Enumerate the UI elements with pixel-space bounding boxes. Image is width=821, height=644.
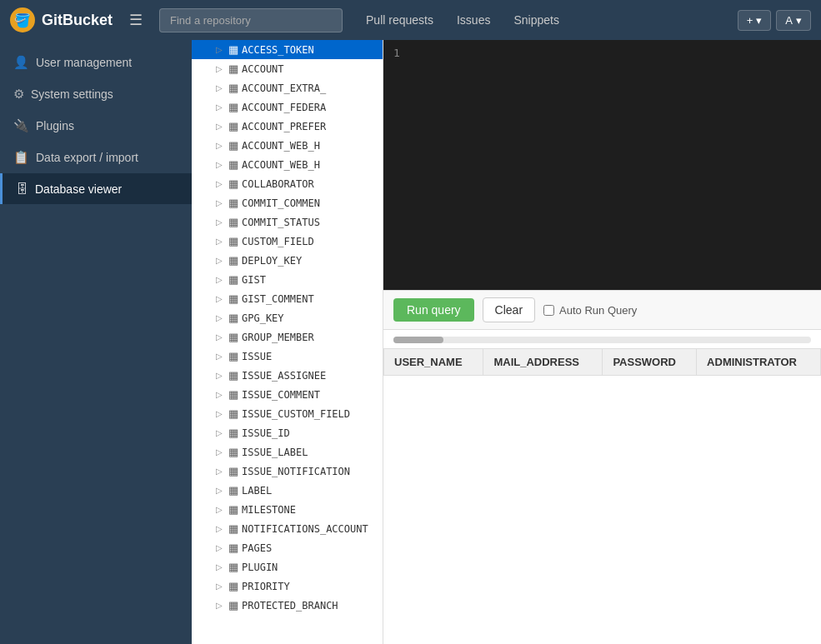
line-number: 1: [393, 47, 400, 59]
clear-button[interactable]: Clear: [483, 297, 535, 322]
pull-requests-link[interactable]: Pull requests: [356, 8, 443, 32]
issues-link[interactable]: Issues: [447, 8, 500, 32]
tree-item-label: ISSUE_ID: [242, 427, 290, 439]
table-icon: ▦: [228, 254, 238, 267]
tree-item[interactable]: ▷ ▦ GPG_KEY: [192, 308, 383, 327]
table-icon: ▦: [228, 542, 238, 554]
sidebar-item-data-export[interactable]: 📋 Data export / import: [0, 142, 192, 173]
tree-item[interactable]: ▷ ▦ ACCOUNT: [192, 59, 383, 78]
tree-item-label: ACCOUNT_WEB_H: [242, 140, 320, 152]
tree-item-label: MILESTONE: [242, 504, 296, 516]
plus-icon: +: [747, 14, 753, 27]
table-icon: ▦: [228, 177, 238, 190]
tree-item-label: CUSTOM_FIELD: [242, 236, 314, 247]
tree-item-label: PLUGIN: [242, 562, 278, 573]
sidebar-label-plugins: Plugins: [36, 119, 74, 132]
tree-expander: ▷: [213, 256, 225, 265]
brand-label: GitBucket: [42, 12, 113, 29]
tree-item[interactable]: ▷ ▦ CUSTOM_FIELD: [192, 232, 383, 251]
scrollbar-thumb: [393, 337, 443, 343]
tree-item[interactable]: ▷ ▦ ISSUE_ID: [192, 423, 383, 442]
tree-item-label: NOTIFICATIONS_ACCOUNT: [242, 523, 368, 535]
tree-expander: ▷: [213, 582, 225, 591]
table-icon: ▦: [228, 427, 238, 439]
tree-item[interactable]: ▷ ▦ PRIORITY: [192, 577, 383, 596]
column-header: ADMINISTRATOR: [697, 349, 821, 376]
tree-item-label: COLLABORATOR: [242, 178, 314, 190]
tree-item[interactable]: ▷ ▦ ISSUE_COMMENT: [192, 385, 383, 404]
tree-expander: ▷: [213, 543, 225, 552]
tree-item[interactable]: ▷ ▦ ACCESS_TOKEN: [192, 40, 383, 59]
table-icon: ▦: [228, 43, 238, 56]
export-icon: 📋: [13, 150, 29, 165]
new-action-button[interactable]: + ▾: [738, 10, 772, 31]
tree-item[interactable]: ▷ ▦ GIST_COMMENT: [192, 289, 383, 308]
tree-expander: ▷: [213, 390, 225, 399]
auto-run-checkbox[interactable]: [543, 305, 554, 316]
tree-item[interactable]: ▷ ▦ COLLABORATOR: [192, 174, 383, 193]
tree-item-label: ACCOUNT_EXTRA_: [242, 82, 326, 94]
tree-item[interactable]: ▷ ▦ PROTECTED_BRANCH: [192, 596, 383, 615]
sidebar-item-user-management[interactable]: 👤 User management: [0, 47, 192, 78]
database-icon: 🗄: [16, 182, 28, 196]
tree-expander: ▷: [213, 409, 225, 418]
auto-run-label[interactable]: Auto Run Query: [543, 304, 637, 317]
table-icon: ▦: [228, 350, 238, 362]
tree-item[interactable]: ▷ ▦ ACCOUNT_PREFER: [192, 117, 383, 136]
tree-item[interactable]: ▷ ▦ COMMIT_STATUS: [192, 212, 383, 232]
tree-expander: ▷: [213, 467, 225, 476]
table-icon: ▦: [228, 369, 238, 382]
tree-item[interactable]: ▷ ▦ GROUP_MEMBER: [192, 327, 383, 347]
tree-item[interactable]: ▷ ▦ ISSUE_CUSTOM_FIELD: [192, 404, 383, 423]
tree-item-label: PRIORITY: [242, 581, 290, 592]
table-icon: ▦: [228, 273, 238, 286]
tree-panel: ▷ ▦ ACCESS_TOKEN ▷ ▦ ACCOUNT ▷ ▦ ACCOUNT…: [192, 40, 383, 644]
sidebar-item-database-viewer[interactable]: 🗄 Database viewer: [0, 173, 192, 204]
tree-item[interactable]: ▷ ▦ PAGES: [192, 538, 383, 557]
sidebar-item-system-settings[interactable]: ⚙ System settings: [0, 78, 192, 110]
table-icon: ▦: [228, 158, 238, 171]
sidebar-label-database-viewer: Database viewer: [35, 182, 122, 196]
tree-item[interactable]: ▷ ▦ MILESTONE: [192, 500, 383, 519]
tree-expander: ▷: [213, 275, 225, 284]
sidebar-label-data-export: Data export / import: [36, 151, 138, 164]
tree-expander: ▷: [213, 371, 225, 380]
tree-item[interactable]: ▷ ▦ ACCOUNT_WEB_H: [192, 136, 383, 155]
column-header: MAIL_ADDRESS: [483, 349, 603, 376]
tree-item[interactable]: ▷ ▦ ACCOUNT_FEDERA: [192, 97, 383, 117]
table-icon: ▦: [228, 484, 238, 497]
snippets-link[interactable]: Snippets: [503, 8, 568, 32]
query-editor[interactable]: 1: [383, 40, 821, 290]
horizontal-scrollbar[interactable]: [393, 337, 811, 343]
tree-item[interactable]: ▷ ▦ ISSUE: [192, 347, 383, 366]
tree-item[interactable]: ▷ ▦ ISSUE_LABEL: [192, 442, 383, 462]
tree-item-label: ISSUE_NOTIFICATION: [242, 466, 350, 477]
tree-item-label: GIST: [242, 274, 266, 286]
main-layout: 👤 User management ⚙ System settings 🔌 Pl…: [0, 40, 821, 644]
search-input[interactable]: [159, 8, 343, 32]
tree-item[interactable]: ▷ ▦ GIST: [192, 270, 383, 289]
navbar-links: Pull requests Issues Snippets: [356, 8, 569, 32]
tree-item-label: ACCESS_TOKEN: [242, 44, 314, 56]
tree-item[interactable]: ▷ ▦ ACCOUNT_EXTRA_: [192, 78, 383, 97]
tree-item[interactable]: ▷ ▦ COMMIT_COMMEN: [192, 193, 383, 212]
tree-item-label: ISSUE_CUSTOM_FIELD: [242, 408, 350, 420]
tree-item[interactable]: ▷ ▦ NOTIFICATIONS_ACCOUNT: [192, 519, 383, 538]
brand-link[interactable]: 🪣 GitBucket: [10, 7, 113, 32]
tree-item[interactable]: ▷ ▦ DEPLOY_KEY: [192, 251, 383, 270]
tree-item[interactable]: ▷ ▦ ACCOUNT_WEB_H: [192, 155, 383, 174]
sidebar-item-plugins[interactable]: 🔌 Plugins: [0, 110, 192, 142]
tree-item[interactable]: ▷ ▦ PLUGIN: [192, 557, 383, 577]
tree-item[interactable]: ▷ ▦ ISSUE_ASSIGNEE: [192, 366, 383, 385]
tree-expander: ▷: [213, 352, 225, 361]
table-icon: ▦: [228, 522, 238, 535]
user-menu-button[interactable]: A ▾: [776, 10, 811, 31]
header-row: USER_NAMEMAIL_ADDRESSPASSWORDADMINISTRAT…: [384, 349, 821, 376]
tree-item[interactable]: ▷ ▦ LABEL: [192, 481, 383, 500]
tree-item-label: PAGES: [242, 542, 272, 554]
tree-item[interactable]: ▷ ▦ ISSUE_NOTIFICATION: [192, 462, 383, 481]
run-query-button[interactable]: Run query: [393, 298, 474, 322]
navbar-toggle-button[interactable]: ☰: [123, 7, 149, 32]
query-panel: 1 Run query Clear Auto Run Query: [383, 40, 821, 644]
table-icon: ▦: [228, 465, 238, 477]
